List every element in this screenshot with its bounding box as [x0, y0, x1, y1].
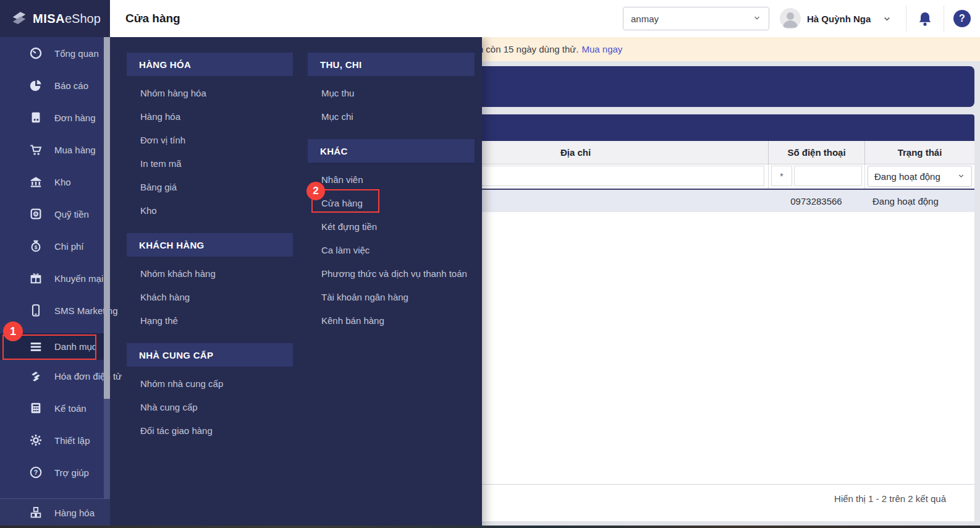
person-icon [780, 8, 801, 29]
store-select[interactable]: anmay [623, 7, 769, 30]
menu-item-nha-cung-cap[interactable]: Nhà cung cấp [127, 395, 293, 419]
sidebar-item-danh-muc[interactable]: Danh mục [0, 333, 104, 360]
phone-filter-operator[interactable]: * [771, 166, 792, 186]
sidebar-item-khuyen-mai[interactable]: Khuyến mại [0, 262, 110, 294]
notification-bell-icon[interactable] [916, 11, 934, 28]
menu-item-kho[interactable]: Kho [127, 198, 293, 222]
menu-item-ca-lam-viec[interactable]: Ca làm việc [308, 238, 475, 262]
sidebar-item-label: Trợ giúp [54, 467, 89, 478]
sidebar-item-kho[interactable]: Kho [0, 166, 110, 198]
sidebar-item-label: Khuyến mại [54, 273, 103, 284]
menu-section-header-hang-hoa: HÀNG HÓA [127, 53, 293, 76]
menu-item-nhom-hang-hoa[interactable]: Nhóm hàng hóa [127, 81, 293, 104]
logo-text-primary: MISA [33, 12, 65, 26]
menu-item-nhan-vien[interactable]: Nhân viên [308, 168, 475, 191]
menu-item-in-tem-ma[interactable]: In tem mã [127, 151, 293, 175]
menu-section-items: Mục thuMục chi [308, 81, 475, 128]
misa-logo-icon [10, 9, 28, 28]
sidebar-item-label: Quỹ tiền [54, 209, 89, 219]
sidebar-item-sms-marketing[interactable]: SMS Marketing [0, 294, 110, 326]
menu-item-muc-chi[interactable]: Mục chi [308, 104, 475, 128]
menu-item-doi-tac-giao-hang[interactable]: Đối tác giao hàng [127, 419, 293, 442]
buy-now-link[interactable]: Mua ngay [582, 44, 623, 54]
menu-item-kenh-ban-hang[interactable]: Kênh bán hàng [308, 309, 475, 332]
menu-item-nhom-khach-hang[interactable]: Nhóm khách hàng [127, 262, 293, 285]
sidebar-item-chi-phi[interactable]: $Chi phí [0, 230, 110, 262]
logo-text-secondary: eShop [65, 12, 101, 26]
user-menu[interactable]: Hà Quỳnh Nga [807, 0, 871, 37]
safe-icon [28, 207, 43, 221]
phone-icon [28, 303, 43, 318]
row-cell-phone: 0973283566 [768, 190, 864, 212]
sidebar-item-quy-tien[interactable]: Quỹ tiền [0, 198, 110, 230]
menu-item-bang-gia[interactable]: Bảng giá [127, 175, 293, 198]
menu-item-muc-thu[interactable]: Mục thu [308, 81, 475, 104]
menu-section-hang-hoa: HÀNG HÓANhóm hàng hóaHàng hóaĐơn vị tính… [127, 53, 293, 222]
menu-section-items: Nhóm hàng hóaHàng hóaĐơn vị tínhIn tem m… [127, 81, 293, 222]
sidebar-item-tong-quan[interactable]: Tổng quan [0, 37, 110, 69]
sidebar-item-label: Hóa đơn điện tử [54, 371, 122, 381]
menu-item-khach-hang[interactable]: Khách hàng [127, 285, 293, 309]
column-header-status[interactable]: Trạng thái [864, 141, 974, 164]
menu-section-items: Nhóm khách hàngKhách hàngHạng thẻ [127, 262, 293, 332]
sidebar-item-label: Chi phí [54, 241, 84, 252]
menu-item-don-vi-tinh[interactable]: Đơn vị tính [127, 128, 293, 151]
app-logo[interactable]: MISAeShop [0, 0, 110, 37]
help-icon[interactable]: ? [953, 10, 971, 27]
sidebar-item-label: Báo cáo [54, 80, 88, 91]
sidebar-item-don-hang[interactable]: Đơn hàng [0, 101, 110, 134]
app-screen: Cửa hàng anmay Hà Quỳnh Nga ? n còn 15 n… [0, 0, 980, 528]
sidebar-item-bao-cao[interactable]: Báo cáo [0, 69, 110, 101]
menu-section-thu-chi: THU, CHIMục thuMục chi [308, 53, 475, 128]
gear-icon [28, 433, 43, 448]
status-filter-select[interactable]: Đang hoạt động [868, 166, 972, 187]
sidebar-item-label: Mua hàng [54, 145, 96, 155]
menu-item-hang-the[interactable]: Hạng thẻ [127, 309, 293, 332]
row-cell-status: Đang hoạt động [864, 190, 974, 212]
sidebar-item-ke-toan[interactable]: Kế toán [0, 392, 110, 424]
sidebar-item-label: Kế toán [54, 403, 87, 414]
menu-item-cua-hang[interactable]: Cửa hàng [308, 191, 475, 215]
avatar[interactable] [780, 8, 801, 29]
sidebar-item-label: Thiết lập [54, 435, 90, 446]
chevron-down-icon[interactable] [882, 14, 892, 26]
boxes-icon [28, 505, 43, 520]
menu-item-nhom-nha-cung-cap[interactable]: Nhóm nhà cung cấp [127, 372, 293, 395]
sidebar-item-mua-hang[interactable]: Mua hàng [0, 134, 110, 166]
warehouse-icon [28, 174, 43, 189]
menu-section-khac: KHÁCNhân viênCửa hàngKét đựng tiềnCa làm… [308, 139, 475, 332]
svg-text:?: ? [34, 469, 38, 476]
sidebar-item-label: Danh mục [54, 341, 96, 352]
topbar-divider [944, 6, 944, 32]
sidebar-item-label: Đơn hàng [54, 113, 96, 123]
filter-cell-phone: * [768, 164, 864, 189]
sidebar-item-hoa-don-dien-tu[interactable]: Hóa đơn điện tử [0, 360, 110, 392]
chevron-down-icon [957, 171, 965, 182]
menu-item-phuong-thuc[interactable]: Phương thức và dịch vụ thanh toán [308, 262, 475, 285]
order-icon [28, 110, 43, 125]
menu-section-header-nha-cung-cap: NHÀ CUNG CẤP [127, 343, 293, 367]
sidebar-item-tro-giup[interactable]: ?Trợ giúp [0, 456, 110, 488]
menu-item-tai-khoan-ngan-hang[interactable]: Tài khoản ngân hàng [308, 285, 475, 309]
sidebar-item-hang-hoa-bottom[interactable]: Hàng hóa [0, 499, 110, 526]
column-header-phone[interactable]: Số điện thoại [768, 141, 864, 164]
trial-banner-text: n còn 15 ngày dùng thử. Mua ngay [478, 37, 622, 61]
menu-section-header-thu-chi: THU, CHI [308, 53, 475, 76]
sidebar-scrollbar-thumb[interactable] [104, 37, 110, 399]
menu-item-ket-dung-tien[interactable]: Két đựng tiền [308, 215, 475, 238]
menu-section-nha-cung-cap: NHÀ CUNG CẤPNhóm nhà cung cấpNhà cung cấ… [127, 343, 293, 442]
sidebar-item-thiet-lap[interactable]: Thiết lập [0, 424, 110, 456]
sidebar-item-label: Kho [54, 177, 71, 187]
svg-text:$: $ [35, 245, 38, 250]
desktop-edge-strip [0, 526, 980, 528]
status-filter-value: Đang hoạt động [874, 171, 940, 182]
list-icon [28, 339, 43, 354]
menu-section-header-khach-hang: KHÁCH HÀNG [127, 233, 293, 257]
menu-section-header-khac: KHÁC [308, 139, 475, 163]
menu-item-hang-hoa[interactable]: Hàng hóa [127, 104, 293, 128]
menu-column-1: HÀNG HÓANhóm hàng hóaHàng hóaĐơn vị tính… [127, 37, 293, 442]
phone-filter-input[interactable] [794, 166, 862, 186]
calculator-icon [28, 401, 43, 415]
sidebar-item-label: Tổng quan [54, 48, 99, 59]
sidebar-item-label: Hàng hóa [54, 508, 95, 518]
